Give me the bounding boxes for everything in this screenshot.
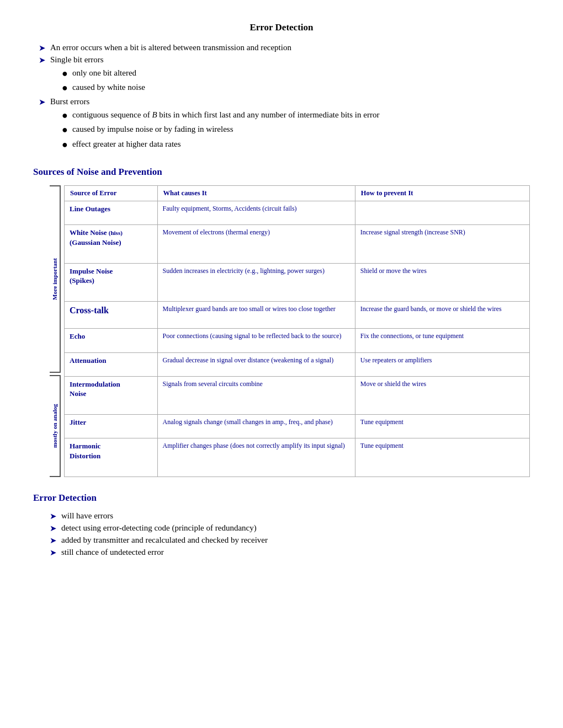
table-row: Line Outages Faulty equipment, Storms, A…	[65, 201, 530, 224]
dot-icon: ●	[62, 109, 68, 122]
list-item: ● effect greater at higher data rates	[62, 138, 530, 151]
table-row: Cross-talk Multiplexer guard bands are t…	[65, 302, 530, 329]
dot-icon: ●	[62, 138, 68, 151]
arrow-icon: ➤	[50, 536, 57, 545]
list-item: ➤ will have errors	[44, 511, 530, 521]
cause-cell: Poor connections (causing signal to be r…	[157, 329, 355, 352]
noise-table: Source of Error What causes It How to pr…	[64, 185, 530, 477]
bullet-text: added by transmitter and recalculated an…	[61, 536, 530, 545]
list-item: ● caused by impulse noise or by fading i…	[62, 124, 530, 136]
list-item: ➤ still chance of undetected error	[44, 548, 530, 558]
sub-bullet-text: only one bit altered	[72, 67, 136, 79]
source-cell: Line Outages	[65, 201, 158, 224]
list-item: ● contiguous sequence of B bits in which…	[62, 109, 530, 122]
side-label-more: More important	[50, 185, 61, 373]
source-cell: Echo	[65, 329, 158, 352]
list-item: ➤ An error occurs when a bit is altered …	[33, 43, 530, 53]
cause-cell: Faulty equipment, Storms, Accidents (cir…	[157, 201, 355, 224]
cause-cell: Amplifier changes phase (does not correc…	[157, 438, 355, 477]
intro-bullets: ➤ An error occurs when a bit is altered …	[33, 43, 530, 151]
dot-icon: ●	[62, 124, 68, 136]
error-detect-section: ➤ will have errors ➤ detect using error-…	[33, 511, 530, 558]
table-row: Attenuation Gradual decrease in signal o…	[65, 352, 530, 376]
cause-cell: Analog signals change (small changes in …	[157, 415, 355, 438]
arrow-icon: ➤	[39, 43, 46, 53]
list-item: ➤ Burst errors	[33, 97, 530, 107]
page-title: Error Detection	[33, 22, 530, 33]
prevent-cell: Increase signal strength (increase SNR)	[355, 225, 529, 264]
cause-cell: Multiplexer guard bands are too small or…	[157, 302, 355, 329]
sub-bullet-text: effect greater at higher data rates	[72, 138, 181, 150]
bullet-text: Burst errors	[50, 97, 530, 106]
source-cell: Jitter	[65, 415, 158, 438]
prevent-cell: Tune equipment	[355, 415, 529, 438]
prevent-cell: Use repeaters or amplifiers	[355, 352, 529, 376]
source-cell: Attenuation	[65, 352, 158, 376]
list-item: ● only one bit altered	[62, 67, 530, 80]
bullet-text: still chance of undetected error	[61, 548, 530, 557]
prevent-cell: Fix the connections, or tune equipment	[355, 329, 529, 352]
section3-heading: Error Detection	[33, 493, 530, 504]
col-header-source: Source of Error	[65, 185, 158, 201]
table-row: IntermodulationNoise Signals from severa…	[65, 376, 530, 415]
bullet-text: will have errors	[61, 511, 530, 521]
error-detect-list: ➤ will have errors ➤ detect using error-…	[44, 511, 530, 558]
prevent-cell: Shield or move the wires	[355, 263, 529, 302]
table-row: Jitter Analog signals change (small chan…	[65, 415, 530, 438]
bullet-text: detect using error-detecting code (princ…	[61, 523, 530, 533]
sub-bullet-text: caused by white noise	[72, 82, 145, 93]
source-cell: Cross-talk	[65, 302, 158, 329]
noise-table-wrapper: More important mostly on analog Source o…	[50, 185, 530, 477]
side-labels: More important mostly on analog	[50, 185, 61, 477]
sub-bullet-text: caused by impulse noise or by fading in …	[72, 124, 233, 135]
source-cell: IntermodulationNoise	[65, 376, 158, 415]
arrow-icon: ➤	[50, 523, 57, 533]
prevent-cell: Tune equipment	[355, 438, 529, 477]
col-header-prevent: How to prevent It	[355, 185, 529, 201]
table-row: HarmonicDistortion Amplifier changes pha…	[65, 438, 530, 477]
prevent-cell: Move or shield the wires	[355, 376, 529, 415]
col-header-cause: What causes It	[157, 185, 355, 201]
source-cell: Impulse Noise(Spikes)	[65, 263, 158, 302]
list-item: ➤ added by transmitter and recalculated …	[44, 536, 530, 545]
cause-cell: Sudden increases in electricity (e.g., l…	[157, 263, 355, 302]
table-header-row: Source of Error What causes It How to pr…	[65, 185, 530, 201]
table-row: Impulse Noise(Spikes) Sudden increases i…	[65, 263, 530, 302]
sub-bullets: ● contiguous sequence of B bits in which…	[33, 109, 530, 151]
arrow-icon: ➤	[50, 548, 57, 558]
source-cell: White Noise (hiss)(Gaussian Noise)	[65, 225, 158, 264]
arrow-icon: ➤	[50, 511, 57, 521]
sub-bullet-text: contiguous sequence of B bits in which f…	[72, 109, 380, 121]
bullet-text: Single bit errors	[50, 55, 530, 65]
prevent-cell	[355, 201, 529, 224]
cause-cell: Movement of electrons (thermal energy)	[157, 225, 355, 264]
arrow-icon: ➤	[39, 97, 46, 107]
list-item: ● caused by white noise	[62, 82, 530, 94]
arrow-icon: ➤	[39, 55, 46, 65]
table-row: White Noise (hiss)(Gaussian Noise) Movem…	[65, 225, 530, 264]
bullet-text: An error occurs when a bit is altered be…	[50, 43, 530, 52]
table-row: Echo Poor connections (causing signal to…	[65, 329, 530, 352]
dot-icon: ●	[62, 67, 68, 80]
list-item: ➤ Single bit errors	[33, 55, 530, 65]
source-cell: HarmonicDistortion	[65, 438, 158, 477]
list-item: ➤ detect using error-detecting code (pri…	[44, 523, 530, 533]
prevent-cell: Increase the guard bands, or move or shi…	[355, 302, 529, 329]
cause-cell: Signals from several circuits combine	[157, 376, 355, 415]
cause-cell: Gradual decrease in signal over distance…	[157, 352, 355, 376]
side-label-analog: mostly on analog	[50, 375, 61, 477]
sub-bullets: ● only one bit altered ● caused by white…	[33, 67, 530, 95]
section2-heading: Sources of Noise and Prevention	[33, 167, 530, 178]
dot-icon: ●	[62, 82, 68, 94]
